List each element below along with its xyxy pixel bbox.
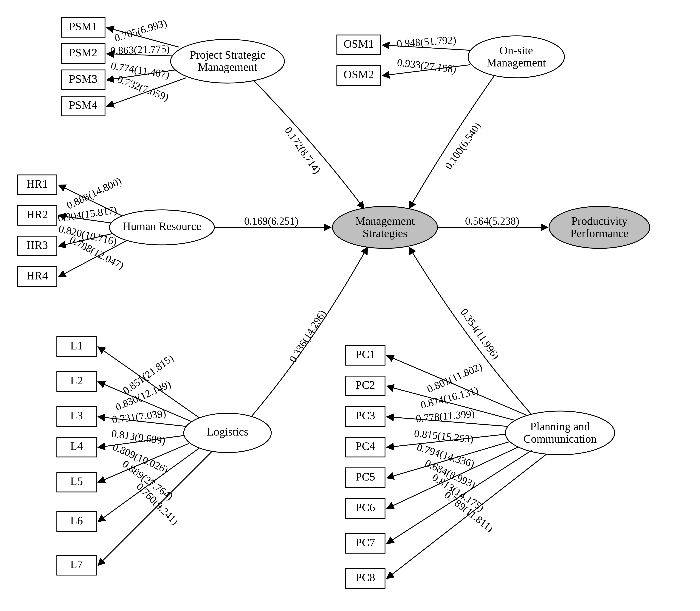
ind-pc7-label: PC7 <box>355 536 375 549</box>
edge-osm1-label: 0.948(51.792) <box>396 34 456 50</box>
ind-pc8-label: PC8 <box>355 571 375 584</box>
path-osm-ms-label: 0.100(6.540) <box>442 120 483 172</box>
sem-diagram: Project Strategic Management On-site Man… <box>0 0 700 611</box>
ind-hr3-label: HR3 <box>27 239 48 251</box>
edge-psm2-label: 0.863(21.775) <box>110 43 170 57</box>
ind-l3-label: L3 <box>70 409 83 422</box>
path-ms-pp-label: 0.564(5.238) <box>465 215 519 227</box>
ind-l6-label: L6 <box>70 514 83 527</box>
ind-l5-label: L5 <box>70 475 83 488</box>
latent-pp-label-2: Performance <box>570 227 628 239</box>
ind-l4-label: L4 <box>70 440 83 452</box>
ind-pc6-label: PC6 <box>355 501 375 513</box>
ind-l1-label: L1 <box>70 339 83 352</box>
latent-pp-label-1: Productivity <box>571 215 628 227</box>
latent-ms-label-1: Management <box>355 215 414 227</box>
ind-l2-label: L2 <box>70 374 83 387</box>
edge-hr2-label: 0.904(15.817) <box>57 204 118 224</box>
latent-pc-label-1: Planning and <box>530 420 590 433</box>
ind-psm2-label: PSM2 <box>69 46 97 59</box>
ind-pc2-label: PC2 <box>355 378 375 391</box>
path-pc-ms-label: 0.354(11.996) <box>458 306 502 361</box>
ind-hr1-label: HR1 <box>27 178 48 190</box>
ind-psm3-label: PSM3 <box>69 73 97 85</box>
latent-psm-label-1: Project Strategic <box>190 48 265 61</box>
latent-pc-label-2: Communication <box>523 433 597 445</box>
ind-pc3-label: PC3 <box>355 409 375 422</box>
ind-osm2-label: OSM2 <box>344 68 374 81</box>
edge-psm1-label: 0.705(6.993) <box>113 17 168 44</box>
latent-osm-label-1: On-site <box>500 44 533 57</box>
ind-psm1-label: PSM1 <box>69 20 97 33</box>
latent-log-label: Logistics <box>207 426 248 438</box>
path-psm-ms <box>254 80 364 209</box>
edge-pc-pc1 <box>387 355 527 415</box>
path-osm-ms <box>409 76 494 209</box>
latent-hr-label: Human Resource <box>122 220 201 233</box>
ind-pc1-label: PC1 <box>355 348 375 360</box>
ind-psm4-label: PSM4 <box>69 99 97 111</box>
path-hr-ms-label: 0.169(6.251) <box>244 215 298 227</box>
latent-ms-label-2: Strategies <box>363 227 407 239</box>
ind-pc5-label: PC5 <box>355 471 375 483</box>
ind-l7-label: L7 <box>70 558 83 570</box>
edge-log-l1 <box>98 347 199 418</box>
ind-pc4-label: PC4 <box>355 440 375 452</box>
ind-hr4-label: HR4 <box>27 269 48 282</box>
ind-hr2-label: HR2 <box>27 208 48 221</box>
path-log-ms-label: 0.336(14.296) <box>287 308 328 364</box>
ind-osm1-label: OSM1 <box>344 38 374 50</box>
latent-osm-label-2: Management <box>486 56 546 69</box>
latent-psm-label-2: Management <box>198 61 257 73</box>
